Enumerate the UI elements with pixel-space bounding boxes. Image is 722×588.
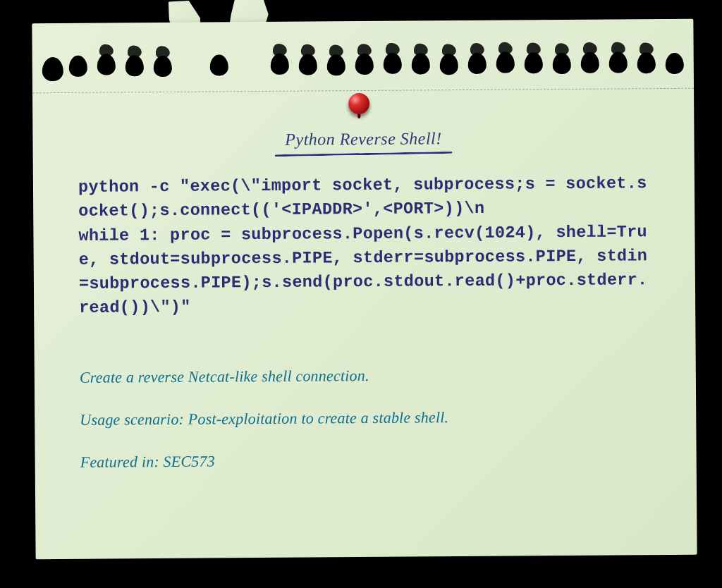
punch-hole: [525, 52, 543, 73]
description-text: Create a reverse Netcat-like shell conne…: [80, 365, 651, 387]
punch-hole: [299, 54, 317, 75]
note-title-block: Python Reverse Shell!: [32, 128, 694, 158]
title-underline: [275, 152, 453, 157]
punch-hole: [154, 56, 172, 77]
punch-hole: [126, 55, 144, 76]
punch-hole: [412, 53, 430, 74]
punch-hole: [553, 53, 571, 74]
punch-hole: [69, 56, 87, 77]
punch-hole: [637, 52, 656, 73]
punch-hole: [327, 54, 345, 75]
push-pin-icon: [348, 93, 374, 118]
punch-hole: [97, 54, 116, 75]
punch-hole: [42, 57, 63, 81]
code-snippet: python -c "exec(\"import socket, subproc…: [78, 171, 650, 320]
punch-hole: [666, 53, 684, 74]
punch-hole: [496, 52, 515, 73]
punch-hole: [355, 54, 374, 75]
punch-hole: [210, 54, 228, 75]
punch-hole: [468, 53, 487, 74]
paper-surface: Python Reverse Shell! python -c "exec(\"…: [32, 19, 697, 560]
usage-scenario-text: Usage scenario: Post-exploitation to cre…: [80, 407, 651, 429]
featured-in-text: Featured in: SEC573: [80, 449, 651, 472]
punch-hole: [384, 53, 402, 74]
note-title: Python Reverse Shell!: [285, 129, 442, 149]
punch-hole: [271, 54, 289, 75]
spiral-holes-row: [32, 19, 694, 89]
punch-hole: [581, 52, 599, 73]
punch-hole: [609, 51, 628, 73]
punch-hole: [440, 54, 458, 75]
note-paper: Python Reverse Shell! python -c "exec(\"…: [32, 19, 697, 560]
